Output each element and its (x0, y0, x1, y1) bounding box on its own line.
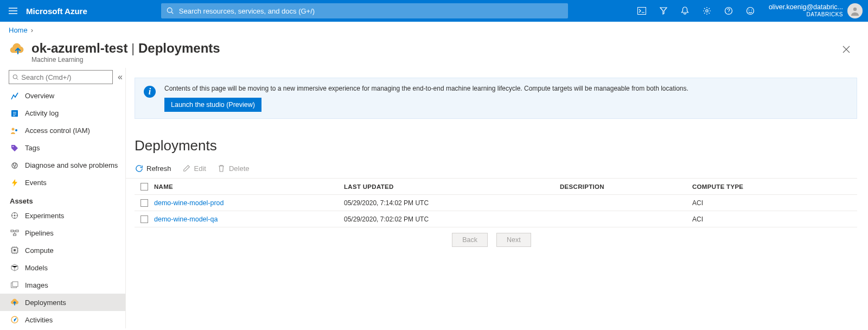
search-icon (167, 7, 174, 15)
user-email: oliver.koenig@databric... (769, 3, 843, 11)
delete-label: Delete (229, 164, 250, 173)
sidebar-item-label: Deployments (25, 299, 66, 307)
next-button[interactable]: Next (496, 233, 531, 247)
page-title: ok-azureml-test | Deployments (31, 41, 220, 56)
delete-button[interactable]: Delete (217, 164, 250, 173)
row-checkbox[interactable] (141, 199, 148, 207)
main-content: i Contents of this page will be moving t… (126, 68, 868, 328)
col-name[interactable]: Name (154, 183, 344, 190)
sidebar-item-events[interactable]: Events (0, 174, 125, 192)
svg-point-7 (751, 10, 752, 11)
info-banner: i Contents of this page will be moving t… (135, 78, 857, 119)
help-icon[interactable] (718, 0, 739, 22)
sidebar-item-access-control[interactable]: Access control (IAM) (0, 122, 125, 139)
col-description[interactable]: Description (560, 183, 692, 190)
user-avatar[interactable] (847, 3, 863, 18)
notifications-icon[interactable] (674, 0, 696, 22)
deployment-link[interactable]: demo-wine-model-qa (154, 215, 218, 223)
activities-icon (10, 315, 20, 325)
sidebar-item-images[interactable]: Images (0, 276, 125, 294)
sidebar-item-label: Access control (IAM) (25, 126, 90, 135)
cloud-shell-icon[interactable] (631, 0, 653, 22)
svg-rect-24 (12, 282, 18, 287)
sidebar-item-activities[interactable]: Activities (0, 311, 125, 328)
user-org: DATABRICKS (769, 11, 843, 18)
sidebar-item-activity-log[interactable]: Activity log (0, 105, 125, 122)
close-blade-button[interactable] (838, 41, 855, 58)
info-icon: i (144, 86, 156, 98)
breadcrumb: Home › (0, 22, 868, 39)
iam-icon (10, 126, 20, 136)
svg-point-8 (853, 8, 857, 11)
select-all-checkbox[interactable] (141, 183, 148, 191)
cell-updated: 05/29/2020, 7:14:02 PM UTC (344, 199, 560, 207)
sidebar-search[interactable] (9, 70, 113, 84)
collapse-sidebar-button[interactable]: « (115, 72, 125, 82)
sidebar-item-deployments[interactable]: Deployments (0, 294, 125, 311)
deployments-icon (10, 297, 20, 307)
hamburger-menu-button[interactable] (0, 0, 26, 22)
table-header-row: Name Last Updated Description Compute Ty… (135, 179, 857, 195)
sidebar-item-label: Experiments (25, 212, 64, 220)
svg-point-26 (14, 319, 16, 321)
deployment-link[interactable]: demo-wine-model-prod (154, 199, 224, 207)
banner-text: Contents of this page will be moving to … (164, 85, 688, 92)
table-row[interactable]: demo-wine-model-qa 05/29/2020, 7:02:02 P… (135, 211, 857, 227)
sidebar-item-label: Overview (25, 92, 54, 100)
resource-name: ok-azureml-test (31, 41, 127, 55)
svg-rect-2 (637, 8, 646, 15)
sidebar-item-pipelines[interactable]: Pipelines (0, 224, 125, 242)
page-title-row: ok-azureml-test | Deployments Machine Le… (0, 39, 868, 68)
col-last-updated[interactable]: Last Updated (344, 183, 560, 190)
svg-rect-19 (16, 230, 18, 232)
col-compute-type[interactable]: Compute Type (692, 183, 857, 190)
sidebar-item-tags[interactable]: Tags (0, 139, 125, 157)
row-checkbox[interactable] (141, 215, 148, 223)
settings-icon[interactable] (696, 0, 718, 22)
global-search-input[interactable] (179, 7, 563, 15)
deployments-table: Name Last Updated Description Compute Ty… (135, 179, 857, 227)
global-search[interactable] (161, 3, 568, 18)
resource-type: Machine Learning (31, 56, 220, 64)
sidebar-item-models[interactable]: Models (0, 259, 125, 276)
sidebar-item-label: Activity log (25, 109, 59, 117)
events-icon (10, 178, 20, 188)
diagnose-icon (10, 161, 20, 170)
feedback-icon[interactable] (739, 0, 761, 22)
sidebar-item-compute[interactable]: Compute (0, 242, 125, 259)
sidebar-item-diagnose[interactable]: Diagnose and solve problems (0, 157, 125, 174)
svg-point-3 (706, 10, 708, 12)
sidebar-item-overview[interactable]: Overview (0, 87, 125, 105)
edit-button[interactable]: Edit (182, 164, 206, 173)
toolbar: Refresh Edit Delete (126, 164, 857, 179)
svg-line-10 (17, 78, 18, 80)
compute-icon (10, 245, 20, 255)
svg-line-1 (171, 12, 173, 14)
sidebar-item-label: Activities (25, 316, 53, 324)
svg-point-5 (746, 8, 754, 15)
cell-updated: 05/29/2020, 7:02:02 PM UTC (344, 215, 560, 223)
overview-icon (10, 91, 20, 101)
back-button[interactable]: Back (452, 233, 488, 247)
breadcrumb-home[interactable]: Home (9, 26, 28, 34)
svg-rect-22 (14, 249, 16, 251)
refresh-button[interactable]: Refresh (135, 164, 171, 173)
sidebar-item-label: Events (25, 179, 47, 187)
sidebar-search-input[interactable] (21, 73, 108, 81)
refresh-icon (135, 164, 143, 173)
directory-filter-icon[interactable] (653, 0, 674, 22)
cell-compute: ACI (692, 199, 857, 207)
brand-label: Microsoft Azure (26, 7, 98, 16)
refresh-label: Refresh (146, 164, 171, 173)
experiments-icon (10, 211, 20, 220)
launch-studio-button[interactable]: Launch the studio (Preview) (164, 98, 261, 112)
global-header: Microsoft Azure oliver.koenig@databric..… (0, 0, 868, 22)
svg-point-17 (14, 215, 16, 217)
table-row[interactable]: demo-wine-model-prod 05/29/2020, 7:14:02… (135, 195, 857, 211)
user-account-block[interactable]: oliver.koenig@databric... DATABRICKS (761, 3, 847, 18)
images-icon (10, 280, 20, 290)
chevron-right-icon: › (31, 26, 33, 34)
svg-point-6 (749, 10, 750, 11)
tags-icon (10, 143, 20, 153)
sidebar-item-experiments[interactable]: Experiments (0, 207, 125, 225)
